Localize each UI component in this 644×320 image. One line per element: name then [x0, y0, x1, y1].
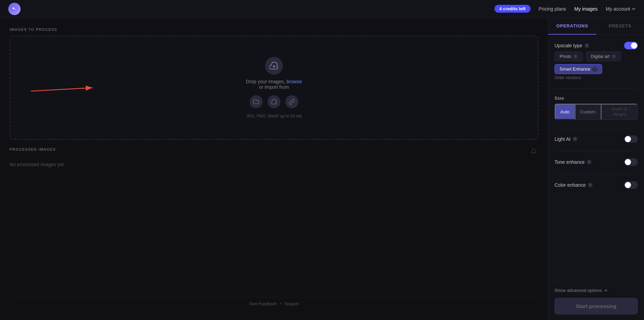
svg-point-2 — [15, 9, 16, 10]
light-ai-section: Light AI ? — [554, 128, 638, 143]
upload-drop-text: Drop your images, browse or import from — [246, 79, 302, 90]
chevron-down-icon — [632, 7, 636, 11]
tone-enhance-section: Tone enhance ? — [554, 151, 638, 166]
upscale-type-info[interactable]: ? — [584, 43, 589, 48]
sidebar-operations-content: Upscale type ? Photo ? Digital art ? Sma… — [548, 35, 644, 282]
photo-info-dot[interactable]: ? — [573, 54, 578, 59]
tab-operations[interactable]: OPERATIONS — [548, 18, 596, 35]
sidebar-tabs: OPERATIONS PRESETS — [548, 18, 644, 35]
red-arrow-indicator — [31, 81, 99, 98]
smart-enhance-type-button[interactable]: Smart Enhance ? — [554, 64, 602, 74]
my-account-label: My account — [606, 6, 630, 12]
images-to-process-label: IMAGES TO PROCESS — [10, 27, 538, 32]
size-label: Size — [554, 96, 638, 101]
size-section: Size Auto Custom Width & Height — [554, 88, 638, 120]
topnav-links: 4 credits left Pricing plans My images M… — [494, 5, 636, 13]
my-images-link[interactable]: My images — [574, 6, 598, 12]
tab-presets[interactable]: PRESETS — [596, 18, 644, 35]
upscale-type-row: Upscale type ? — [554, 42, 638, 49]
size-width-height-button[interactable]: Width & Height — [601, 104, 637, 120]
size-auto-button[interactable]: Auto — [555, 104, 575, 120]
no-processed-images-text: No processed images yet — [10, 162, 538, 167]
pricing-plans-link[interactable]: Pricing plans — [539, 6, 566, 12]
smart-enhance-info-dot[interactable]: ? — [592, 67, 597, 72]
upscale-type-section: Upscale type ? Photo ? Digital art ? Sma… — [554, 42, 638, 80]
upload-cloud-icon — [265, 57, 283, 75]
upscale-type-label: Upscale type ? — [554, 43, 589, 48]
tone-enhance-toggle[interactable] — [624, 158, 638, 166]
processed-header: PROCESSED IMAGES — [10, 147, 538, 156]
topnav: 4 credits left Pricing plans My images M… — [0, 0, 644, 18]
folder-import-button[interactable] — [250, 95, 263, 108]
light-ai-toggle[interactable] — [624, 135, 638, 143]
sidebar-bottom: Show advanced options Start processing — [548, 282, 644, 320]
processed-images-section: PROCESSED IMAGES No processed images yet — [10, 147, 538, 167]
main-layout: IMAGES TO PROCESS — [0, 18, 644, 320]
notification-bell-icon[interactable] — [529, 147, 538, 156]
older-versions-toggle[interactable]: Older versions — [554, 75, 638, 80]
url-import-button[interactable] — [285, 95, 298, 108]
start-processing-button[interactable]: Start processing — [554, 298, 638, 315]
color-enhance-label: Color enhance ? — [554, 182, 593, 188]
my-account-menu[interactable]: My account — [606, 6, 636, 12]
cloud-import-button[interactable] — [267, 95, 281, 108]
left-panel: IMAGES TO PROCESS — [0, 18, 548, 320]
page-footer: Give Feedback • Support — [10, 297, 538, 310]
tone-enhance-info[interactable]: ? — [587, 160, 592, 164]
svg-point-1 — [13, 7, 14, 9]
svg-line-4 — [31, 88, 93, 91]
size-buttons-group: Auto Custom Width & Height — [554, 103, 638, 120]
color-enhance-toggle[interactable] — [624, 181, 638, 189]
color-enhance-info[interactable]: ? — [588, 183, 593, 187]
light-ai-row: Light AI ? — [554, 135, 638, 143]
tone-enhance-row: Tone enhance ? — [554, 158, 638, 166]
support-link[interactable]: Support — [285, 301, 299, 306]
svg-point-0 — [12, 6, 17, 12]
upscale-type-buttons: Photo ? Digital art ? Smart Enhance ? — [554, 51, 638, 74]
color-enhance-section: Color enhance ? — [554, 174, 638, 189]
right-sidebar: OPERATIONS PRESETS Upscale type ? Photo … — [548, 18, 644, 320]
advanced-options-label: Show advanced options — [554, 288, 602, 293]
color-enhance-row: Color enhance ? — [554, 181, 638, 189]
processed-images-label: PROCESSED IMAGES — [10, 147, 56, 151]
light-ai-label: Light AI ? — [554, 136, 577, 142]
digital-art-type-button[interactable]: Digital art ? — [586, 51, 621, 61]
give-feedback-link[interactable]: Give Feedback — [249, 301, 277, 306]
browse-link[interactable]: browse — [287, 79, 302, 84]
images-to-process-section: IMAGES TO PROCESS — [10, 27, 538, 140]
upload-import-icons — [250, 95, 298, 108]
upscale-type-toggle[interactable] — [624, 42, 638, 49]
digital-art-info-dot[interactable]: ? — [611, 54, 616, 59]
footer-dot: • — [280, 301, 281, 306]
upload-formats-text: JPG, PNG, WebP up to 50 mb — [246, 114, 302, 119]
upload-dropzone[interactable]: Drop your images, browse or import from — [10, 36, 538, 140]
tone-enhance-label: Tone enhance ? — [554, 159, 592, 165]
size-custom-button[interactable]: Custom — [575, 104, 601, 120]
show-advanced-options-toggle[interactable]: Show advanced options — [554, 288, 638, 293]
advanced-options-chevron-icon — [604, 288, 608, 293]
photo-type-button[interactable]: Photo ? — [554, 51, 583, 61]
credits-badge[interactable]: 4 credits left — [494, 5, 530, 13]
app-logo — [8, 3, 21, 15]
light-ai-info[interactable]: ? — [573, 137, 577, 141]
